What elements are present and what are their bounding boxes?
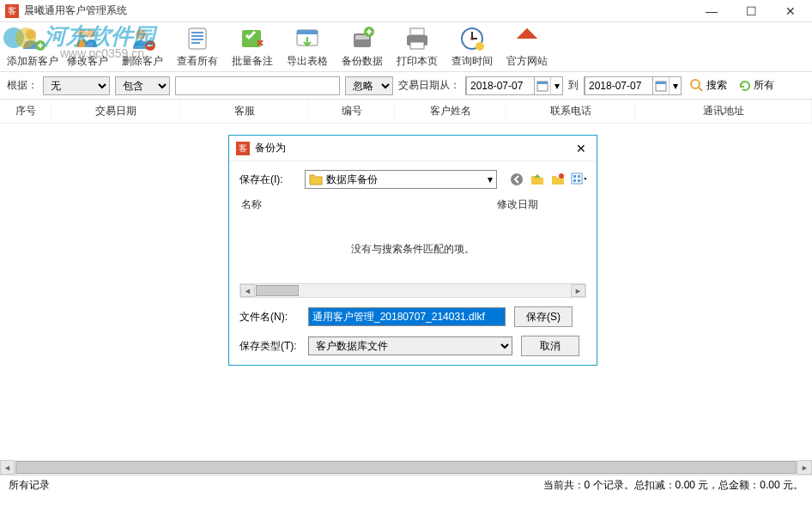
magnifier-icon <box>690 79 704 93</box>
cancel-button[interactable]: 取消 <box>521 336 579 356</box>
scroll-right-button[interactable]: ► <box>797 460 812 475</box>
file-list[interactable]: 名称 修改日期 没有与搜索条件匹配的项。 <box>239 197 586 283</box>
export-icon <box>294 25 321 52</box>
view-all-button[interactable]: 查看所有 <box>170 23 225 70</box>
view-all-icon <box>184 25 211 52</box>
delete-user-icon <box>129 25 156 52</box>
folder-select[interactable]: 数据库备份 ▾ <box>305 170 497 189</box>
svg-point-6 <box>136 29 146 39</box>
minimize-button[interactable]: — <box>695 2 728 21</box>
delete-customer-button[interactable]: 删除客户 <box>115 23 170 70</box>
search-input[interactable] <box>175 76 340 95</box>
svg-point-31 <box>511 173 523 185</box>
list-col-name[interactable]: 名称 <box>239 197 497 215</box>
svg-point-24 <box>476 42 484 51</box>
status-right: 当前共：0 个记录。总扣减：0.00 元，总金额：0.00 元。 <box>543 478 803 493</box>
print-icon <box>403 25 431 52</box>
svg-point-32 <box>559 173 564 179</box>
svg-rect-33 <box>572 173 582 184</box>
add-user-icon <box>19 25 46 52</box>
svg-rect-12 <box>191 42 200 44</box>
view-menu-icon[interactable] <box>571 172 586 187</box>
scroll-right-button[interactable]: ► <box>571 284 585 297</box>
search-button[interactable]: 搜索 <box>687 78 730 93</box>
col-address[interactable]: 通讯地址 <box>635 100 812 123</box>
svg-rect-25 <box>520 39 534 49</box>
add-customer-button[interactable]: 添加新客户 <box>5 23 60 70</box>
toolbar: 添加新客户 修改客户 删除客户 查看所有 批量备注 导出表格 备份数据 打印本页… <box>0 22 812 72</box>
dialog-close-button[interactable]: ✕ <box>573 140 590 157</box>
scroll-thumb[interactable] <box>256 285 299 296</box>
filename-label: 文件名(N): <box>239 310 300 324</box>
filter-bar: 根据： 无 包含 忽略 交易日期从： ▾ 到 ▾ 搜索 所有 <box>0 72 812 100</box>
ignore-select[interactable]: 忽略 <box>345 76 393 95</box>
backup-icon <box>348 25 376 52</box>
svg-rect-19 <box>410 28 424 35</box>
basis-label: 根据： <box>7 78 38 93</box>
save-button[interactable]: 保存(S) <box>514 306 573 327</box>
svg-rect-27 <box>537 82 548 84</box>
svg-rect-21 <box>410 42 424 49</box>
date-from-dropdown[interactable]: ▾ <box>550 77 562 94</box>
col-service[interactable]: 客服 <box>180 100 309 123</box>
edit-user-icon <box>74 25 101 52</box>
home-icon <box>513 25 541 52</box>
col-phone[interactable]: 联系电话 <box>506 100 635 123</box>
dialog-title: 备份为 <box>255 141 573 155</box>
calendar-icon[interactable] <box>653 77 669 94</box>
basis-select[interactable]: 无 <box>43 76 110 95</box>
save-dialog: 客 备份为 ✕ 保存在(I): 数据库备份 ▾ 名称 修改日期 没有与搜索条件匹 <box>228 135 597 366</box>
status-left: 所有记录 <box>9 478 543 493</box>
date-to-input[interactable] <box>585 76 653 95</box>
svg-rect-10 <box>191 35 203 37</box>
calendar-icon[interactable] <box>535 77 550 94</box>
close-button[interactable]: ✕ <box>774 2 807 21</box>
svg-point-30 <box>691 80 700 88</box>
back-icon[interactable] <box>509 172 524 187</box>
date-to-label: 到 <box>568 78 579 93</box>
edit-customer-button[interactable]: 修改客户 <box>60 23 115 70</box>
svg-rect-35 <box>578 175 580 178</box>
svg-point-2 <box>26 29 36 39</box>
folder-icon <box>309 173 323 185</box>
export-button[interactable]: 导出表格 <box>280 23 335 70</box>
all-button[interactable]: 所有 <box>736 78 778 93</box>
scroll-left-button[interactable]: ◄ <box>240 284 255 297</box>
new-folder-icon[interactable] <box>550 172 566 187</box>
clock-icon <box>458 25 486 52</box>
dialog-scrollbar[interactable]: ◄ ► <box>239 283 586 298</box>
query-time-button[interactable]: 查询时间 <box>445 23 500 70</box>
col-number[interactable]: 编号 <box>309 100 395 123</box>
window-title: 晨曦通用客户管理系统 <box>24 3 695 18</box>
list-empty-text: 没有与搜索条件匹配的项。 <box>239 215 586 283</box>
svg-rect-29 <box>656 82 666 84</box>
svg-rect-11 <box>191 39 203 40</box>
svg-rect-34 <box>573 175 576 178</box>
svg-point-5 <box>87 29 95 38</box>
date-from-input[interactable] <box>466 76 535 95</box>
filetype-select[interactable]: 客户数据库文件 <box>308 336 512 355</box>
col-customer[interactable]: 客户姓名 <box>395 100 506 123</box>
col-date[interactable]: 交易日期 <box>52 100 180 123</box>
up-folder-icon[interactable] <box>530 172 545 187</box>
list-col-date[interactable]: 修改日期 <box>497 197 538 215</box>
match-select[interactable]: 包含 <box>115 76 170 95</box>
print-button[interactable]: 打印本页 <box>390 23 445 70</box>
status-bar: 所有记录 当前共：0 个记录。总扣减：0.00 元，总金额：0.00 元。 <box>0 475 812 495</box>
save-in-label: 保存在(I): <box>239 173 300 187</box>
dialog-icon: 客 <box>236 142 250 155</box>
svg-point-4 <box>78 29 87 38</box>
date-to-dropdown[interactable]: ▾ <box>669 77 681 94</box>
website-button[interactable]: 官方网站 <box>500 23 554 70</box>
app-icon: 客 <box>5 4 19 18</box>
scroll-thumb[interactable] <box>15 461 797 474</box>
col-index[interactable]: 序号 <box>0 100 52 123</box>
maximize-button[interactable]: ☐ <box>735 2 767 21</box>
table-header: 序号 交易日期 客服 编号 客户姓名 联系电话 通讯地址 <box>0 100 812 124</box>
filename-input[interactable] <box>308 307 506 326</box>
batch-note-icon <box>239 25 266 52</box>
batch-note-button[interactable]: 批量备注 <box>225 23 280 70</box>
backup-button[interactable]: 备份数据 <box>335 23 390 70</box>
scroll-left-button[interactable]: ◄ <box>0 460 15 475</box>
main-horizontal-scrollbar[interactable]: ◄ ► <box>0 460 812 475</box>
